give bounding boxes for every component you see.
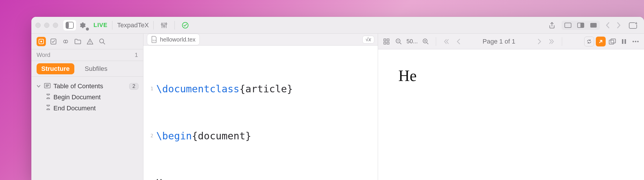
editor-file-tab[interactable]: TEX helloworld.tex [147,34,200,45]
svg-rect-31 [384,42,386,44]
word-label: Word [37,52,50,58]
gear-icon [78,21,86,29]
svg-rect-40 [609,40,614,44]
grid-view-button[interactable] [382,37,391,46]
svg-rect-29 [384,39,386,41]
sidebar-toolbar [31,34,143,49]
search-button[interactable] [98,37,107,46]
svg-point-2 [86,27,89,30]
separator [562,37,562,46]
svg-rect-13 [581,23,584,28]
svg-point-22 [100,39,104,43]
tex-file-icon: TEX [151,36,157,43]
word-count-bar: Word 1 [31,49,143,61]
svg-rect-14 [590,23,597,28]
layout-segmented-control [562,21,600,30]
first-page-button[interactable] [441,37,451,46]
toc-item-label: Begin Document [53,93,101,101]
svg-point-46 [637,41,638,42]
toc-item-begin[interactable]: Begin Document [45,92,140,103]
outline-tree: Table of Contents 2 Begin Document End D… [31,77,143,118]
arrow-up-right-icon [598,39,604,44]
layout-preview-button[interactable] [587,21,600,30]
pause-icon [621,39,627,44]
svg-point-44 [632,41,634,42]
word-count-value: 1 [135,52,138,58]
svg-rect-10 [565,23,571,28]
svg-rect-32 [387,42,389,44]
prev-page-button[interactable] [454,37,463,46]
more-button[interactable] [631,37,641,46]
list-icon [44,82,51,90]
editor-pane: TEX helloworld.tex √x 1\documentclass{ar… [143,34,378,180]
gear-small-icon [85,27,89,31]
nav-history [603,20,624,30]
windows-icon [609,39,616,44]
next-page-button[interactable] [535,37,544,46]
svg-rect-43 [625,39,626,44]
last-page-button[interactable] [547,37,557,46]
windows-button[interactable] [607,37,617,46]
outline-mode-button[interactable] [37,37,46,46]
chevron-left-icon [606,22,610,28]
titlebar: LIVE TexpadTeX [31,17,644,34]
separator [175,21,175,30]
math-snippets-button[interactable]: √x [362,36,374,44]
live-indicator[interactable]: LIVE [93,22,107,28]
ellipsis-icon [632,40,639,43]
chevrons-left-icon [443,39,449,44]
toc-root[interactable]: Table of Contents 2 [35,81,140,92]
zoom-window-button[interactable] [53,23,58,28]
sidebar-toggle-button[interactable] [63,20,76,30]
sliders-button[interactable] [158,20,170,30]
sync-button[interactable] [584,37,594,46]
preview-rendered-output[interactable]: He [378,49,644,180]
tab-subfiles[interactable]: Subfiles [80,63,112,74]
preview-pane: 50... Page 1 of 1 [378,34,644,180]
nav-back-button[interactable] [603,20,613,30]
export-button[interactable] [596,37,606,46]
zoom-level-label[interactable]: 50... [406,38,418,45]
svg-point-6 [161,24,163,25]
target-icon [38,38,44,45]
folder-button[interactable] [73,37,82,46]
svg-point-18 [40,41,42,42]
zoom-out-icon [395,38,402,45]
pause-button[interactable] [619,37,629,46]
separator [153,21,154,30]
warning-icon [87,38,93,45]
toc-count-badge: 2 [129,83,138,90]
typesetter-label[interactable]: TexpadTeX [117,21,149,29]
nav-forward-button[interactable] [614,20,624,30]
close-window-button[interactable] [35,23,41,28]
layout-split-button[interactable] [574,21,587,30]
zoom-out-button[interactable] [394,37,404,46]
svg-rect-42 [622,39,623,44]
zoom-in-button[interactable] [421,37,431,46]
search-icon [99,38,105,45]
checkbox-button[interactable] [49,37,58,46]
app-window: LIVE TexpadTeX [31,17,644,180]
sliders-icon [161,22,168,29]
share-button[interactable] [546,20,558,30]
chevron-right-icon [537,39,542,44]
filename-label: helloworld.tex [160,36,195,43]
toc-item-end[interactable]: End Document [45,103,140,114]
tab-structure[interactable]: Structure [37,63,74,74]
window-plus-icon [629,22,638,29]
warnings-button[interactable] [85,37,95,46]
new-window-button[interactable] [627,20,640,30]
folder-icon [74,39,81,44]
layout-single-button[interactable] [562,21,574,30]
minimize-window-button[interactable] [44,23,49,28]
checkmark-circle-icon [182,22,189,29]
code-editor[interactable]: 1\documentclass{article} 2\begin{documen… [143,46,378,180]
infinity-button[interactable] [61,37,70,46]
page-indicator: Page 1 of 1 [483,38,515,45]
sidebar: Word 1 Structure Subfiles Table of Conte… [31,34,143,180]
svg-rect-30 [387,39,389,41]
editor-tabbar: TEX helloworld.tex √x [143,34,378,46]
separator [112,21,112,30]
status-ok-icon[interactable] [179,20,191,30]
settings-button[interactable] [76,20,88,30]
